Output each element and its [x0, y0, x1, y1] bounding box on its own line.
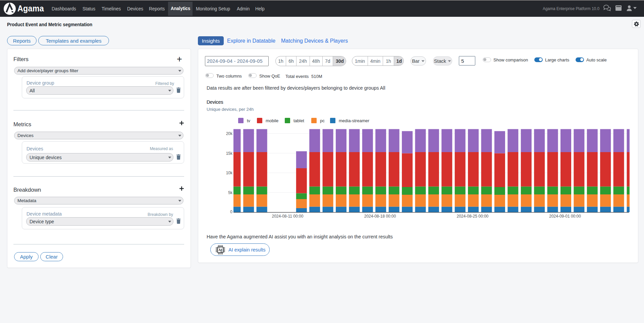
svg-text:20k: 20k [226, 131, 233, 136]
svg-text:0: 0 [230, 210, 232, 214]
svg-text:2024-08-18 00:00: 2024-08-18 00:00 [364, 214, 396, 219]
svg-text:2024-09-01 00:00: 2024-09-01 00:00 [549, 214, 581, 219]
svg-text:2024-08-11 00:00: 2024-08-11 00:00 [272, 214, 303, 219]
svg-text:AI: AI [218, 248, 222, 252]
svg-text:15k: 15k [226, 151, 233, 156]
svg-text:5k: 5k [228, 190, 233, 195]
svg-text:10k: 10k [226, 171, 233, 175]
svg-text:2024-08-25 00:00: 2024-08-25 00:00 [457, 214, 489, 219]
